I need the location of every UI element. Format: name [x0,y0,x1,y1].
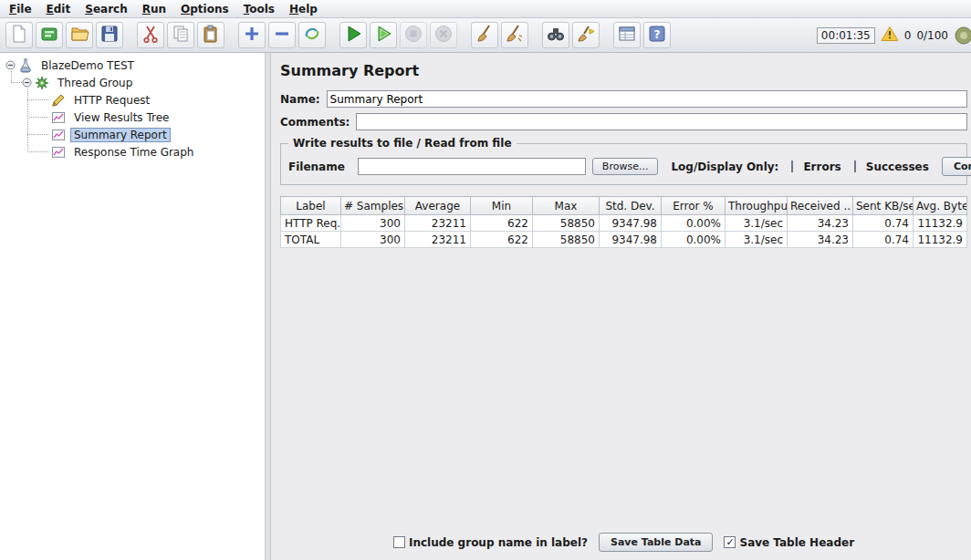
name-input[interactable] [327,90,967,108]
plus-icon [242,24,262,47]
table-cell: 622 [471,232,533,248]
tree-node-label: BlazeDemo TEST [37,58,138,73]
cut-button[interactable] [137,22,164,48]
listener-icon [51,128,66,142]
errors-label: Errors [803,161,840,173]
elapsed-timer: 00:01:35 [817,27,875,44]
table-cell: 23211 [405,232,471,248]
comments-label: Comments: [280,116,350,129]
table-cell: 11132.9 [914,232,967,248]
new-file-button[interactable] [5,22,33,48]
column-header-std-dev-[interactable]: Std. Dev. [600,197,662,215]
search-reset-button[interactable] [572,22,600,48]
search-reset-icon [576,24,596,47]
column-header-max[interactable]: Max [533,197,600,215]
remove-button[interactable] [268,22,296,48]
column-header-error-[interactable]: Error % [662,197,726,215]
add-button[interactable] [238,22,266,48]
table-cell: 300 [341,215,405,232]
column-header-label[interactable]: Label [281,197,341,215]
tree-node-label: Summary Report [70,128,171,142]
save-table-header-label: Save Table Header [739,536,854,549]
configure-button[interactable]: Configure [942,157,971,176]
tree-collapse-handle-icon[interactable] [22,78,35,88]
tree-node-summary-report[interactable]: Summary Report [0,126,265,143]
shutdown-button[interactable] [430,22,457,48]
start-no-pauses-button[interactable] [370,22,397,48]
save-table-data-button[interactable]: Save Table Data [599,533,713,552]
filename-input[interactable] [358,158,586,175]
start-no-pauses-icon [373,24,393,47]
browse-button[interactable]: Browse... [592,158,659,175]
page-title: Summary Report [280,62,967,79]
stop-button[interactable] [400,22,427,48]
function-helper-button[interactable] [613,22,641,48]
column-header-avg-bytes[interactable]: Avg. Bytes [914,197,967,215]
tree-node-view-results-tree[interactable]: View Results Tree [0,109,265,126]
paste-icon [201,24,221,47]
table-cell: 0.74 [853,215,914,232]
test-plan-icon [18,58,33,73]
copy-button[interactable] [167,22,194,48]
menu-search[interactable]: Search [78,1,134,17]
table-cell: 622 [471,215,533,232]
save-button[interactable] [96,22,123,48]
new-file-icon [9,24,29,47]
summary-table-body: HTTP Req...30023211622588509347.980.00%3… [281,215,967,248]
table-cell: 0.74 [853,232,914,248]
start-button[interactable] [339,22,367,48]
clear-all-broom-icon [505,24,525,47]
templates-icon [39,24,59,47]
table-cell: 3.1/sec [726,215,788,232]
successes-checkbox[interactable] [854,161,856,172]
column-header-min[interactable]: Min [471,197,533,215]
table-cell: 23211 [405,215,471,232]
tree-node-thread-group[interactable]: Thread Group [0,74,265,91]
tree-node-response-time-graph[interactable]: Response Time Graph [0,143,265,161]
listener-icon [51,110,66,125]
column-header--samples[interactable]: # Samples [341,197,405,215]
paste-button[interactable] [197,22,224,48]
thread-group-icon [35,76,49,90]
table-cell: TOTAL [281,232,341,248]
comments-input[interactable] [356,113,967,130]
menu-options[interactable]: Options [173,1,236,17]
include-group-name-label: Include group name in label? [409,536,588,549]
toggle-icon [302,24,322,47]
menu-run[interactable]: Run [135,1,173,17]
warning-indicator[interactable] [881,26,899,45]
search-button[interactable] [542,22,569,48]
table-cell: 58850 [533,232,600,248]
help-button[interactable]: ? [643,22,671,48]
column-header-sent-kb-sec[interactable]: Sent KB/sec [853,197,914,215]
table-cell: 9347.98 [600,232,662,248]
menu-tools[interactable]: Tools [236,1,282,17]
clear-all-button[interactable] [501,22,528,48]
help-icon: ? [647,24,667,47]
minus-icon [272,24,292,47]
menu-help[interactable]: Help [282,1,325,17]
tree-node-http-request[interactable]: HTTP Request [0,91,265,109]
panel-splitter[interactable] [265,53,271,560]
http-request-icon [51,93,66,108]
errors-checkbox[interactable] [791,161,793,172]
save-table-header-checkbox[interactable]: ✓ [724,536,736,548]
table-cell: 11132.9 [914,215,967,232]
tree-panel: BlazeDemo TESTThread GroupHTTP RequestVi… [0,53,265,560]
tree-node-blazedemo-test[interactable]: BlazeDemo TEST [0,57,265,74]
table-cell: 3.1/sec [726,232,788,248]
stop-icon [403,24,423,47]
templates-button[interactable] [36,22,63,48]
tree-collapse-handle-icon[interactable] [5,60,18,70]
clear-button[interactable] [471,22,498,48]
toggle-button[interactable] [298,22,326,48]
menu-edit[interactable]: Edit [39,1,78,17]
open-file-button[interactable] [66,22,93,48]
column-header-average[interactable]: Average [405,197,471,215]
cut-icon [141,24,161,47]
include-group-name-checkbox[interactable] [393,536,405,548]
svg-text:?: ? [654,28,661,41]
column-header-received-[interactable]: Received .. [788,197,853,215]
column-header-throughput[interactable]: Throughput [726,197,788,215]
menu-file[interactable]: File [2,1,39,17]
